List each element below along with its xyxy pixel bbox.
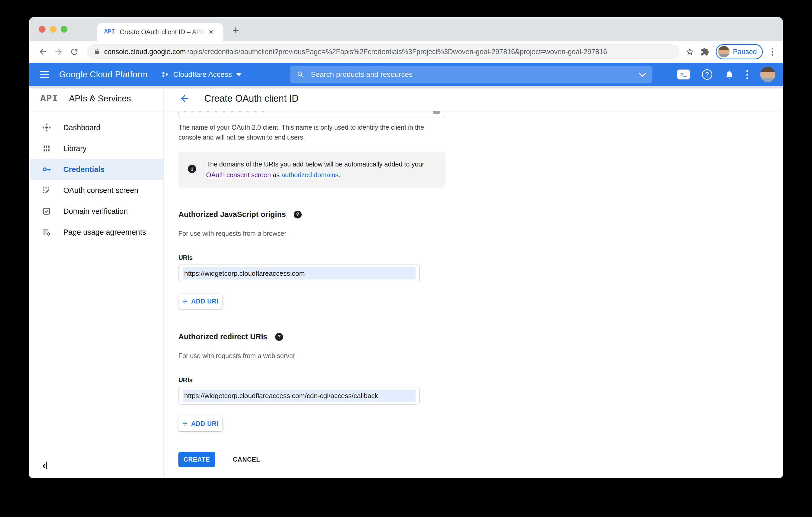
toolbar-right-cluster: Paused — [686, 44, 776, 59]
search-icon — [297, 70, 304, 79]
tab-title-fade — [190, 28, 206, 36]
client-name-clipped-text — [184, 111, 270, 112]
browser-toolbar: console.cloud.google.com /apis/credentia… — [29, 41, 783, 63]
redirect-uris-help-icon[interactable]: ? — [275, 333, 283, 341]
info-banner-text: The domains of the URIs you add below wi… — [206, 159, 426, 180]
add-redirect-uri-button[interactable]: + ADD URI — [178, 416, 222, 431]
forward-icon[interactable] — [52, 45, 65, 59]
sidebar-item-domain-verification[interactable]: Domain verification — [29, 201, 164, 222]
info-banner: i The domains of the URIs you add below … — [178, 152, 445, 188]
js-origin-uri-value: https://widgetcorp.cloudflareaccess.com — [182, 267, 416, 279]
search-placeholder: Search products and resources — [311, 70, 634, 79]
create-button[interactable]: CREATE — [178, 452, 215, 467]
project-name: Cloudflare Access — [173, 70, 232, 79]
collapse-sidebar-icon[interactable]: ‹ — [42, 460, 47, 470]
gcp-brand[interactable]: Google Cloud Platform — [59, 69, 148, 80]
page-body: API APIs & Services Dashboard Lib — [29, 86, 783, 478]
sidebar-item-oauth-consent-screen[interactable]: OAuth consent screen — [29, 180, 164, 201]
info-icon: i — [188, 165, 196, 173]
page-title: Create OAuth client ID — [204, 93, 298, 104]
sidebar: API APIs & Services Dashboard Lib — [29, 86, 164, 478]
lock-icon — [94, 49, 100, 55]
redirect-uri-input[interactable]: https://widgetcorp.cloudflareaccess.com/… — [178, 387, 420, 405]
cancel-button[interactable]: CANCEL — [231, 456, 262, 463]
redirect-uris-subtitle: For use with requests from a web server — [178, 352, 783, 360]
main-panel: Create OAuth client ID The name of your … — [164, 86, 783, 478]
redirect-uris-heading-row: Authorized redirect URIs ? — [178, 332, 783, 341]
name-helper-text: The name of your OAuth 2.0 client. This … — [178, 122, 427, 142]
project-selector[interactable]: Cloudflare Access — [161, 70, 242, 79]
back-arrow-icon[interactable] — [179, 93, 190, 104]
close-window-button[interactable] — [39, 26, 46, 33]
url-domain: console.cloud.google.com — [104, 48, 186, 56]
tab-favicon-api-icon: API — [104, 29, 115, 35]
library-icon — [42, 144, 51, 153]
reset-name-icon[interactable] — [433, 111, 440, 114]
sidebar-nav: Dashboard Library Credentials — [29, 111, 164, 243]
tab-strip: API Create OAuth client ID – APIs & × + — [29, 17, 783, 41]
consent-screen-icon — [42, 186, 51, 195]
sidebar-title: APIs & Services — [69, 94, 131, 103]
page-title-bar: Create OAuth client ID — [164, 86, 783, 111]
api-logo: API — [40, 93, 58, 104]
extensions-puzzle-icon[interactable] — [701, 47, 709, 56]
authorized-domains-link[interactable]: authorized domains — [282, 171, 339, 179]
plus-icon: + — [182, 419, 187, 428]
redirect-uri-value: https://widgetcorp.cloudflareaccess.com/… — [182, 390, 416, 402]
client-name-input[interactable] — [178, 111, 445, 118]
js-origins-uris-label: URIs — [178, 254, 783, 262]
add-js-origin-uri-button[interactable]: + ADD URI — [178, 294, 222, 309]
help-icon[interactable]: ? — [702, 69, 712, 80]
address-bar[interactable]: console.cloud.google.com /apis/credentia… — [87, 44, 679, 59]
js-origins-heading-row: Authorized JavaScript origins ? — [178, 210, 783, 219]
close-tab-icon[interactable]: × — [208, 28, 213, 36]
window-controls — [39, 26, 67, 33]
plus-icon: + — [182, 297, 187, 306]
tab-title: Create OAuth client ID – APIs & — [120, 28, 206, 36]
profile-paused-button[interactable]: Paused — [716, 44, 763, 59]
more-options-icon[interactable] — [746, 70, 748, 79]
browser-menu-icon[interactable] — [769, 48, 776, 56]
list-gear-icon — [42, 227, 51, 237]
js-origin-uri-input[interactable]: https://widgetcorp.cloudflareaccess.com — [178, 265, 420, 282]
search-input[interactable]: Search products and resources — [290, 66, 652, 83]
key-icon — [42, 165, 51, 174]
url-path: /apis/credentials/oauthclient?previousPa… — [187, 48, 607, 56]
zoom-window-button[interactable] — [61, 26, 67, 33]
search-chevron-down-icon[interactable] — [639, 70, 646, 77]
gcp-header: Google Cloud Platform Cloudflare Access … — [29, 63, 783, 86]
desktop-background: API Create OAuth client ID – APIs & × + … — [0, 0, 812, 517]
dashboard-icon — [42, 123, 51, 132]
minimize-window-button[interactable] — [50, 26, 57, 33]
back-icon[interactable] — [36, 45, 50, 59]
js-origins-help-icon[interactable]: ? — [294, 211, 301, 218]
form-content: The name of your OAuth 2.0 client. This … — [164, 111, 783, 467]
browser-window: API Create OAuth client ID – APIs & × + … — [29, 17, 783, 478]
new-tab-button[interactable]: + — [232, 25, 239, 36]
sidebar-item-dashboard[interactable]: Dashboard — [29, 117, 164, 138]
cloud-shell-icon[interactable]: >_ — [677, 69, 690, 80]
checkbox-icon — [42, 207, 51, 216]
refresh-icon[interactable] — [67, 45, 81, 59]
chevron-down-icon — [236, 73, 242, 76]
bookmark-star-icon[interactable] — [686, 47, 694, 56]
project-icon — [161, 70, 169, 79]
sidebar-item-credentials[interactable]: Credentials — [29, 159, 164, 180]
avatar — [718, 46, 730, 58]
browser-tab[interactable]: API Create OAuth client ID – APIs & × — [97, 23, 223, 41]
js-origins-subtitle: For use with requests from a browser — [178, 230, 783, 237]
notifications-bell-icon[interactable] — [724, 69, 734, 80]
oauth-consent-screen-link[interactable]: OAuth consent screen — [206, 171, 271, 179]
sidebar-header: API APIs & Services — [29, 86, 164, 111]
js-origins-heading: Authorized JavaScript origins — [178, 210, 286, 219]
account-avatar[interactable] — [760, 67, 775, 82]
hamburger-menu-icon[interactable] — [40, 71, 49, 78]
paused-label: Paused — [733, 48, 757, 56]
form-actions: CREATE CANCEL — [178, 452, 783, 467]
sidebar-item-page-usage-agreements[interactable]: Page usage agreements — [29, 222, 164, 243]
gcp-header-icons: >_ ? — [677, 63, 775, 86]
sidebar-item-library[interactable]: Library — [29, 138, 164, 159]
redirect-uris-heading: Authorized redirect URIs — [178, 332, 267, 341]
redirect-uris-label: URIs — [178, 376, 783, 384]
